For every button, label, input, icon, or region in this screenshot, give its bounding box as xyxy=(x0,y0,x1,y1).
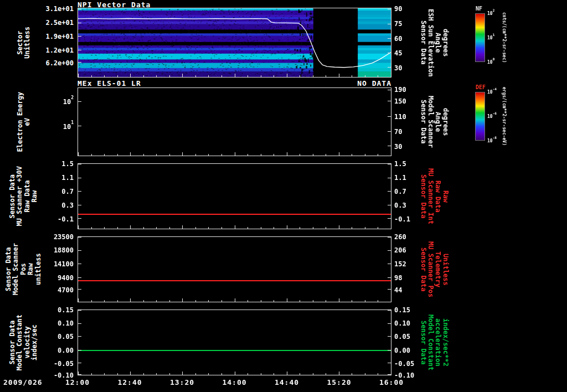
x-tick-mark xyxy=(378,373,378,375)
y-tick-mark xyxy=(388,164,391,164)
date-label: 2009/026 xyxy=(3,378,43,386)
colorbar-def: DEF 10-410-610-8 ergs/(cm**2-sr-sec-eV) xyxy=(475,92,567,141)
y-tick-mark xyxy=(388,277,391,278)
colorbar-def-title: DEF xyxy=(476,84,486,90)
x-tick-mark xyxy=(143,373,144,375)
y-tick-mark xyxy=(388,264,391,264)
right-axis-tick-labels: 0.150.100.050.00-0.05-0.10 xyxy=(393,310,417,375)
x-tick-mark xyxy=(235,298,235,302)
plot-frame xyxy=(78,236,391,302)
x-tick-mark xyxy=(300,373,300,375)
x-tick-mark xyxy=(169,227,170,229)
y-tick-mark xyxy=(78,289,81,290)
right-axis-title: Sensor Data ESH Sun Elevation Angle degr… xyxy=(419,9,449,77)
y-tick-mark xyxy=(388,350,391,350)
y-axis-title-container: Sensor Data Model Constant velocity inde… xyxy=(6,310,42,375)
x-tick-mark xyxy=(378,154,378,156)
y-tick-label: 0.05 xyxy=(58,333,74,340)
y-tick-mark xyxy=(78,62,81,63)
x-tick-mark xyxy=(182,298,183,302)
x-tick-mark xyxy=(248,227,248,229)
x-tick-mark xyxy=(195,75,196,77)
colorbar-nf-units: cnts/(cm**2-sr-sec) xyxy=(502,12,507,63)
x-tick-mark xyxy=(156,227,157,229)
x-tick-mark xyxy=(352,154,352,156)
x-tick-mark xyxy=(78,74,79,77)
x-tick-mark xyxy=(339,298,339,302)
right-tick-label: -0.05 xyxy=(394,360,414,367)
y-tick-mark xyxy=(78,23,81,23)
x-tick-mark xyxy=(391,298,391,302)
y-tick-label: 0.15 xyxy=(58,307,74,313)
y-tick-mark xyxy=(78,101,81,102)
x-tick-mark xyxy=(352,373,352,375)
y-tick-mark xyxy=(78,250,81,251)
x-tick-mark xyxy=(182,225,183,229)
x-tick-mark xyxy=(117,227,118,229)
right-tick-label: 75 xyxy=(394,20,402,27)
x-tick-mark xyxy=(248,154,248,156)
x-tick-mark xyxy=(326,300,326,302)
x-tick-mark xyxy=(365,75,365,77)
y-tick-mark xyxy=(78,164,81,164)
x-tick-mark xyxy=(208,300,209,302)
colorbar-def-ticks: 10-410-610-8 xyxy=(487,92,502,141)
y-tick-label: 1.1 xyxy=(61,174,74,181)
x-tick-mark xyxy=(182,372,183,375)
x-tick-mark xyxy=(235,225,235,229)
x-tick-mark xyxy=(274,300,274,302)
right-axis-tick-labels: 1.51.10.70.3-0.1 xyxy=(393,163,417,229)
y-tick-mark xyxy=(388,289,391,290)
x-tick-mark xyxy=(208,227,209,229)
x-tick-mark xyxy=(274,154,274,156)
y-tick-mark xyxy=(388,101,391,101)
y-axis-title-container: Sector Unitless xyxy=(6,8,42,78)
y-tick-mark xyxy=(78,205,81,205)
x-tick-mark xyxy=(378,300,378,302)
y-tick-mark xyxy=(78,191,81,192)
x-tick-mark xyxy=(352,300,352,302)
x-tick-mark xyxy=(300,75,300,77)
x-tick-mark xyxy=(143,227,144,229)
panel-model-scanner-pos: Sensor Data Model Scanner Pos Raw unitle… xyxy=(0,236,567,302)
x-tick-mark xyxy=(221,373,222,375)
x-tick-mark xyxy=(339,74,339,77)
right-axis-title-container: Sensor Data Model Scanner Angle degrees xyxy=(417,87,451,156)
plot-frame xyxy=(78,8,391,78)
y-tick-mark xyxy=(388,205,391,205)
x-tick-mark xyxy=(326,154,326,156)
x-tick-mark xyxy=(300,300,300,302)
x-tick-mark xyxy=(104,373,105,375)
x-tick-mark xyxy=(352,75,352,77)
right-tick-label: 70 xyxy=(394,128,402,135)
x-tick-label: 14:40 xyxy=(275,378,299,386)
x-tick-mark xyxy=(261,227,261,229)
y-tick-mark xyxy=(78,363,81,363)
x-tick-mark xyxy=(91,75,92,77)
colorbar-nf-title: NF xyxy=(476,6,482,12)
x-tick-mark xyxy=(208,154,209,156)
x-tick-mark xyxy=(274,373,274,375)
y-tick-mark xyxy=(388,24,391,24)
data-line-green xyxy=(78,350,391,351)
colorbar-tick-label: 10-8 xyxy=(487,138,497,144)
x-tick-mark xyxy=(208,75,209,77)
y-tick-mark xyxy=(388,323,391,324)
colorbar-tick-label: 100 xyxy=(487,59,494,65)
x-tick-mark xyxy=(313,300,313,302)
y-tick-mark xyxy=(78,310,81,311)
y-tick-mark xyxy=(388,53,391,53)
right-tick-label: 0.10 xyxy=(394,320,410,327)
x-tick-mark xyxy=(91,300,92,302)
right-axis-title: Sensor Data Model Constant acceleration … xyxy=(419,314,449,370)
x-tick-mark xyxy=(104,154,105,156)
x-tick-mark xyxy=(378,75,378,77)
y-tick-label: 0.10 xyxy=(58,320,74,327)
y-tick-mark xyxy=(78,126,81,126)
y-tick-label: 102 xyxy=(63,98,74,105)
y-tick-mark xyxy=(388,363,391,363)
y-tick-mark xyxy=(388,90,391,90)
right-tick-label: 206 xyxy=(394,247,406,254)
y-tick-mark xyxy=(388,310,391,311)
y-tick-mark xyxy=(78,277,81,278)
